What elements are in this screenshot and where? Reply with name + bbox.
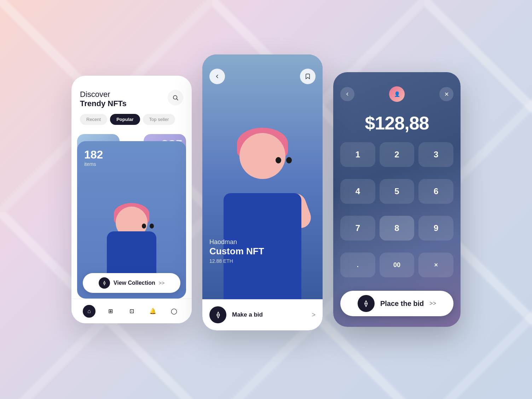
view-collection-button[interactable]: ⟠ View Collection >> <box>83 273 180 293</box>
key-00[interactable]: 00 <box>380 253 415 277</box>
eth-badge-3: ⟠ <box>358 295 375 312</box>
filter-top-seller[interactable]: Top seller <box>143 114 175 125</box>
key-dot[interactable]: . <box>340 253 375 277</box>
numpad: 1 2 3 4 5 6 7 8 9 . 00 × <box>333 142 461 285</box>
close-button-3[interactable]: ✕ <box>439 87 453 101</box>
nft-collection-area: 325 182 items <box>71 131 192 299</box>
nav-bell[interactable]: 🔔 <box>146 305 159 318</box>
bookmark-button-2[interactable] <box>300 69 316 84</box>
cart-icon: ⊡ <box>129 308 134 314</box>
key-3[interactable]: 3 <box>418 142 453 167</box>
bottom-nav: ⌂ ⊞ ⊡ 🔔 ◯ <box>71 299 192 323</box>
key-2[interactable]: 2 <box>380 142 415 167</box>
screen2-bottom: ⟠ Make a bid > <box>202 299 323 330</box>
home-icon: ⌂ <box>87 308 91 314</box>
key-8[interactable]: 8 <box>380 216 415 241</box>
filter-recent[interactable]: Recent <box>80 114 107 125</box>
trendy-nfts-text: Trendy NFTs <box>80 99 127 108</box>
grid-icon: ⊞ <box>108 308 113 314</box>
back-arrow-icon-3 <box>345 91 350 97</box>
artist-name: Haodman <box>209 238 264 246</box>
screen3-bottom: ⟠ Place the bid >> <box>333 285 461 327</box>
screen1-header: Discover Trendy NFTs <box>71 76 192 114</box>
place-bid-label: Place the bid <box>380 300 424 308</box>
nft-items-label: items <box>84 161 179 167</box>
ethereum-icon-2: ⟠ <box>216 311 220 319</box>
nft-title: Custom NFT <box>209 246 264 257</box>
screen3-bid: 👤 ✕ $128,88 1 2 3 4 5 6 7 8 9 . 00 × <box>333 72 461 327</box>
screen3-nav: 👤 ✕ <box>333 72 461 109</box>
place-bid-button[interactable]: ⟠ Place the bid >> <box>340 291 453 316</box>
svg-point-0 <box>173 96 177 99</box>
char2-eye-right <box>286 157 292 163</box>
char2-eye-left <box>276 157 281 163</box>
svg-line-1 <box>177 99 178 100</box>
ethereum-icon-1: ⟠ <box>103 281 105 285</box>
back-button-2[interactable] <box>209 69 225 84</box>
char-eye-left <box>142 224 146 229</box>
eth-badge-2: ⟠ <box>209 306 226 323</box>
key-7[interactable]: 7 <box>340 216 375 241</box>
place-bid-arrows: >> <box>429 300 436 307</box>
char2-head <box>239 133 285 179</box>
key-4[interactable]: 4 <box>340 179 375 204</box>
search-icon <box>172 94 179 101</box>
bookmark-icon-2 <box>305 73 311 80</box>
screen2-nav <box>202 54 323 91</box>
key-backspace[interactable]: × <box>418 253 453 277</box>
bell-icon: 🔔 <box>149 308 156 314</box>
key-5[interactable]: 5 <box>380 179 415 204</box>
nft-stats: 182 items <box>77 141 186 174</box>
nft-character-illustration <box>77 200 186 277</box>
key-6[interactable]: 6 <box>418 179 453 204</box>
close-icon-3: ✕ <box>444 91 449 98</box>
avatar-mini: 👤 <box>394 91 400 97</box>
user-avatar: 👤 <box>389 86 405 102</box>
filter-popular[interactable]: Popular <box>110 114 140 125</box>
filter-tabs: Recent Popular Top seller <box>71 114 192 131</box>
search-button[interactable] <box>168 90 183 105</box>
view-collection-text: View Collection <box>114 280 155 286</box>
char-eye-right <box>150 224 154 229</box>
back-arrow-icon-2 <box>214 73 220 80</box>
screen1-discover: Discover Trendy NFTs Recent Popular Top … <box>71 76 192 323</box>
character-figure-1 <box>96 200 167 277</box>
screens-container: Discover Trendy NFTs Recent Popular Top … <box>71 69 461 330</box>
nav-profile[interactable]: ◯ <box>168 305 180 318</box>
ethereum-icon-3: ⟠ <box>364 300 368 307</box>
user-icon: ◯ <box>171 308 177 314</box>
key-1[interactable]: 1 <box>340 142 375 167</box>
main-nft-card: 182 items <box>77 141 186 299</box>
char-body <box>107 231 156 277</box>
bid-amount: $128,88 <box>365 113 429 133</box>
nav-grid[interactable]: ⊞ <box>104 305 117 318</box>
collection-btn-row: ⟠ View Collection >> <box>83 273 180 293</box>
nav-cart[interactable]: ⊡ <box>125 305 138 318</box>
nav-home[interactable]: ⌂ <box>83 305 96 318</box>
discover-text: Discover <box>80 90 127 99</box>
view-collection-arrows: >> <box>159 280 164 286</box>
key-9[interactable]: 9 <box>418 216 453 241</box>
eth-badge-1: ⟠ <box>99 277 110 289</box>
price-display: $128,88 <box>333 109 461 142</box>
nft-price: 12.88 ETH <box>209 258 264 264</box>
char2-figure <box>213 122 312 299</box>
make-bid-label: Make a bid <box>232 311 306 318</box>
nft-count: 182 <box>84 148 179 161</box>
back-button-3[interactable] <box>340 87 354 101</box>
make-bid-button[interactable]: > <box>312 311 316 319</box>
screen2-detail: Haodman Custom NFT 12.88 ETH ⟠ Make a bi… <box>202 54 323 330</box>
screen1-title: Discover Trendy NFTs <box>80 90 127 108</box>
nft-info-overlay: Haodman Custom NFT 12.88 ETH <box>209 238 264 264</box>
